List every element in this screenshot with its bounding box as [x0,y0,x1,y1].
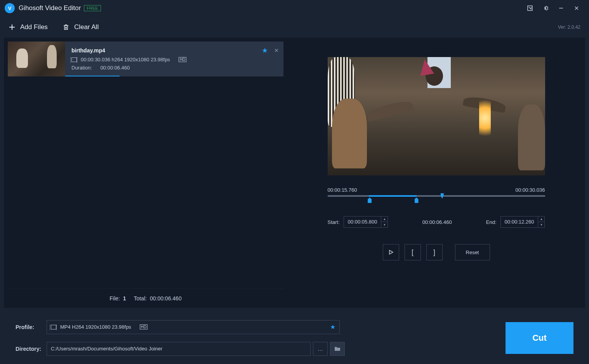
film-icon [71,57,77,62]
file-list-panel: birthday.mp4 00:00:30.036 h264 1920x1080… [4,38,283,308]
end-handle[interactable] [415,198,419,203]
star-icon[interactable]: ★ [330,323,335,331]
reset-button[interactable]: Reset [455,244,490,260]
hd-icon: HD [140,324,148,329]
add-files-button[interactable]: Add Files [9,23,48,31]
file-progress-indicator [65,76,120,76]
star-icon[interactable]: ★ [262,46,268,55]
settings-icon[interactable] [538,2,553,14]
file-summary: File: 1 Total: 00:00:06.460 [8,288,283,308]
file-specs: 00:00:30.036 h264 1920x1080 23.98fps [81,57,170,62]
duration-label: Duration: [71,65,92,71]
cut-button[interactable]: Cut [506,322,573,354]
set-start-bracket-button[interactable]: [ [405,244,421,260]
clear-all-label: Clear All [74,23,99,31]
directory-label: Directory: [16,346,47,352]
profile-label: Profile: [16,324,47,330]
timeline-total-time: 00:00:30.036 [516,187,545,193]
start-time-value: 00:00:05.800 [344,217,381,227]
profile-select[interactable]: MP4 H264 1920x1080 23.98fps HD ★ [47,320,340,334]
toolbar: Add Files Clear All Ver: 2.0.42 [0,16,589,38]
free-badge: FREE [84,5,101,11]
start-stepper-down[interactable]: ▼ [381,222,387,227]
end-stepper-up[interactable]: ▲ [538,217,544,222]
duration-value: 00:00:06.460 [100,65,130,71]
preview-panel: 00:00:15.760 00:00:30.036 Start: 00:00:0… [287,38,585,308]
total-label: Total: [134,295,146,302]
file-metadata: birthday.mp4 00:00:30.036 h264 1920x1080… [65,43,262,75]
directory-value: C:/Users/mrash/Documents/Gihosoft/Video … [51,346,162,352]
profile-value: MP4 H264 1920x1080 23.98fps [60,324,131,330]
total-value: 00:00:06.460 [150,295,182,302]
timeline-track[interactable] [328,195,545,197]
directory-input[interactable]: C:/Users/mrash/Documents/Gihosoft/Video … [47,342,311,356]
end-time-value: 00:00:12.260 [501,217,538,227]
titlebar: V Gihosoft Video Editor FREE [0,0,589,16]
timeline-current-time: 00:00:15.760 [328,187,357,193]
video-preview[interactable] [328,57,545,175]
file-count: 1 [123,295,126,302]
film-icon [51,325,56,329]
start-label: Start: [328,219,340,225]
app-title: Gihosoft Video Editor [19,4,81,12]
end-time-input[interactable]: 00:00:12.260 ▲ ▼ [500,216,545,228]
timeline: 00:00:15.760 00:00:30.036 Start: 00:00:0… [328,187,545,260]
minimize-button[interactable] [553,2,569,14]
add-files-label: Add Files [20,23,48,31]
file-count-label: File: [109,295,120,302]
playhead[interactable] [441,193,444,199]
play-button[interactable] [383,244,399,260]
feedback-icon[interactable] [522,2,538,14]
remove-file-button[interactable]: ✕ [274,47,279,54]
main-area: birthday.mp4 00:00:30.036 h264 1920x1080… [4,38,585,308]
end-label: End: [486,219,497,225]
file-name: birthday.mp4 [71,47,255,54]
bottom-bar: Profile: MP4 H264 1920x1080 23.98fps HD … [0,312,589,364]
clear-all-button[interactable]: Clear All [63,23,99,31]
start-time-input[interactable]: 00:00:05.800 ▲ ▼ [344,216,388,228]
timeline-selection [369,195,417,197]
end-stepper-down[interactable]: ▼ [538,222,544,227]
app-logo: V [5,3,15,13]
file-thumbnail [8,42,65,76]
hd-icon: HD [179,57,186,62]
file-item[interactable]: birthday.mp4 00:00:30.036 h264 1920x1080… [8,42,283,76]
close-button[interactable] [569,2,584,14]
browse-button[interactable]: ... [313,342,328,356]
start-handle[interactable] [368,198,372,203]
selection-duration: 00:00:06.460 [422,219,452,225]
set-end-bracket-button[interactable]: ] [426,244,443,260]
start-stepper-up[interactable]: ▲ [381,217,387,222]
version-label: Ver: 2.0.42 [558,24,580,30]
open-folder-button[interactable] [330,342,345,356]
